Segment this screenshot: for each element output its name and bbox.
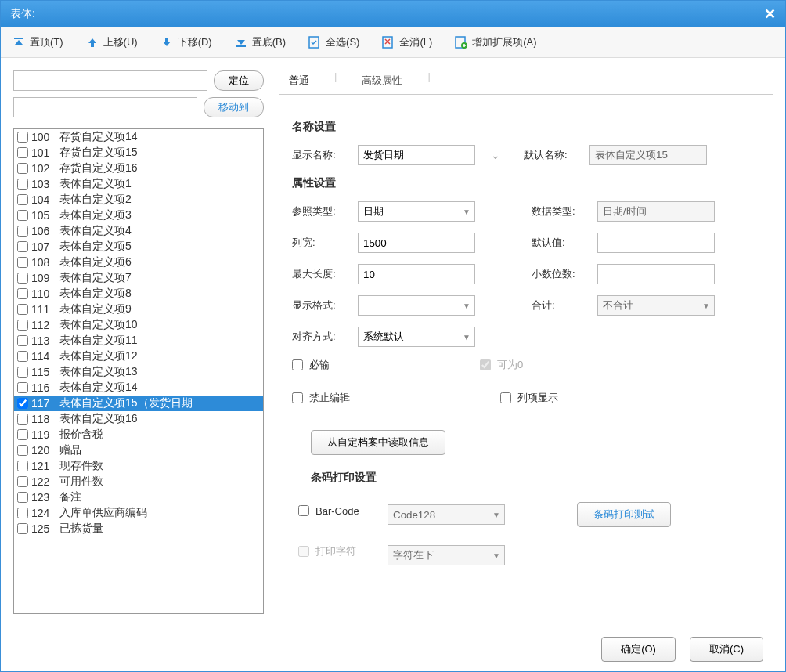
list-item-checkbox[interactable] (17, 288, 28, 299)
ok-button[interactable]: 确定(O) (601, 637, 676, 662)
lbl-default-val: 默认值: (532, 236, 588, 250)
list-item[interactable]: 116表体自定义项14 (14, 380, 263, 396)
list-item-checkbox[interactable] (17, 194, 28, 205)
chk-barcode[interactable] (298, 505, 309, 516)
list-item[interactable]: 101存货自定义项15 (14, 145, 263, 161)
list-item-checkbox[interactable] (17, 320, 28, 331)
list-item[interactable]: 105表体自定义项3 (14, 208, 263, 223)
list-item[interactable]: 121现存件数 (14, 458, 263, 474)
list-item-checkbox[interactable] (17, 476, 28, 487)
list-item[interactable]: 108表体自定义项6 (14, 255, 263, 270)
list-item[interactable]: 123备注 (14, 490, 263, 505)
cancel-button[interactable]: 取消(C) (690, 637, 763, 662)
list-item-checkbox[interactable] (17, 273, 28, 284)
list-item-checkbox[interactable] (17, 163, 28, 174)
list-item-checkbox[interactable] (17, 147, 28, 158)
right-panel: 普通 | 高级属性 | 名称设置 显示名称: ⌄ 默认名称: 属性设置 参照类型… (279, 70, 773, 614)
list-item[interactable]: 117表体自定义项15（发货日期 (14, 396, 263, 411)
list-item[interactable]: 111表体自定义项9 (14, 302, 263, 317)
titlebar: 表体: ✕ (1, 1, 785, 27)
toolbar-deselect-all[interactable]: 全消(L) (381, 35, 432, 49)
btn-read-archive[interactable]: 从自定档案中读取信息 (311, 430, 445, 455)
lbl-max-len: 最大长度: (292, 267, 348, 281)
chevron-down-icon[interactable]: ⌄ (491, 149, 500, 161)
list-item-checkbox[interactable] (17, 492, 28, 503)
list-item-checkbox[interactable] (17, 367, 28, 378)
list-item[interactable]: 102存货自定义项16 (14, 161, 263, 176)
lbl-total: 合计: (532, 298, 588, 313)
list-item[interactable]: 109表体自定义项7 (14, 270, 263, 286)
list-item[interactable]: 100存货自定义项14 (14, 129, 263, 145)
list-item-checkbox[interactable] (17, 132, 28, 143)
list-item-label: 表体自定义项6 (59, 255, 132, 269)
list-item[interactable]: 103表体自定义项1 (14, 176, 263, 192)
list-item-checkbox[interactable] (17, 304, 28, 315)
toolbar-select-all[interactable]: 全选(S) (308, 35, 359, 49)
input-align[interactable] (358, 327, 475, 347)
list-item[interactable]: 114表体自定义项12 (14, 349, 263, 364)
list-item[interactable]: 107表体自定义项5 (14, 239, 263, 255)
locate-button[interactable]: 定位 (214, 70, 264, 91)
input-ref-type[interactable] (358, 201, 475, 222)
list-item[interactable]: 122可用件数 (14, 474, 263, 490)
chk-required[interactable] (292, 359, 303, 370)
list-item[interactable]: 120赠品 (14, 443, 263, 458)
tab-normal[interactable]: 普通 (283, 70, 315, 94)
list-item-checkbox[interactable] (17, 398, 28, 409)
toolbar-bottom[interactable]: 置底(B) (234, 35, 286, 49)
toolbar-down[interactable]: 下移(D) (160, 35, 212, 49)
list-item-checkbox[interactable] (17, 257, 28, 268)
list-item-num: 104 (31, 193, 59, 206)
list-item[interactable]: 110表体自定义项8 (14, 286, 263, 302)
list-item[interactable]: 124入库单供应商编码 (14, 505, 263, 521)
locate-input[interactable] (13, 70, 207, 91)
input-decimals[interactable] (597, 264, 715, 284)
list-item-checkbox[interactable] (17, 429, 28, 440)
list-item-checkbox[interactable] (17, 335, 28, 346)
list-item-num: 103 (31, 178, 59, 190)
input-default-val[interactable] (597, 233, 715, 253)
list-item[interactable]: 119报价含税 (14, 427, 263, 443)
list-item-checkbox[interactable] (17, 382, 28, 393)
list-item-num: 108 (31, 256, 59, 269)
toolbar-top[interactable]: 置顶(T) (12, 35, 63, 49)
list-item-checkbox[interactable] (17, 523, 28, 534)
list-item-checkbox[interactable] (17, 241, 28, 252)
toolbar-up[interactable]: 上移(U) (85, 35, 138, 49)
tab-advanced[interactable]: 高级属性 (355, 70, 409, 94)
list-item-checkbox[interactable] (17, 414, 28, 425)
chk-col-show[interactable] (500, 392, 511, 403)
moveto-input[interactable] (13, 97, 197, 117)
list-item-num: 113 (31, 334, 59, 347)
list-item-checkbox[interactable] (17, 508, 28, 518)
list-item[interactable]: 118表体自定义项16 (14, 411, 263, 427)
input-disp-fmt[interactable] (358, 295, 475, 316)
btn-barcode-test[interactable]: 条码打印测试 (577, 502, 671, 527)
chk-no-edit[interactable] (292, 392, 303, 403)
list-item-checkbox[interactable] (17, 210, 28, 221)
input-max-len[interactable] (358, 264, 475, 284)
input-display-name[interactable] (358, 145, 475, 165)
toolbar-add-ext[interactable]: 增加扩展项(A) (454, 35, 536, 49)
list-item-checkbox[interactable] (17, 445, 28, 456)
close-icon[interactable]: ✕ (764, 5, 776, 23)
list-item[interactable]: 125已拣货量 (14, 521, 263, 537)
list-item[interactable]: 113表体自定义项11 (14, 333, 263, 349)
item-listbox[interactable]: 100存货自定义项14101存货自定义项15102存货自定义项16103表体自定… (13, 128, 264, 614)
moveto-button[interactable]: 移动到 (204, 97, 264, 117)
list-item-checkbox[interactable] (17, 226, 28, 237)
list-item[interactable]: 104表体自定义项2 (14, 192, 263, 208)
list-item-checkbox[interactable] (17, 461, 28, 471)
list-item-checkbox[interactable] (17, 179, 28, 190)
list-item[interactable]: 115表体自定义项13 (14, 364, 263, 380)
list-item-num: 119 (31, 428, 59, 441)
input-col-width[interactable] (358, 233, 475, 253)
lbl-data-type: 数据类型: (532, 204, 588, 219)
list-item-checkbox[interactable] (17, 351, 28, 362)
add-ext-icon (454, 35, 468, 49)
chk-print-char (298, 546, 309, 557)
chk-allow-zero (480, 359, 491, 370)
lbl-ref-type: 参照类型: (292, 204, 348, 219)
list-item[interactable]: 112表体自定义项10 (14, 317, 263, 333)
list-item[interactable]: 106表体自定义项4 (14, 223, 263, 239)
